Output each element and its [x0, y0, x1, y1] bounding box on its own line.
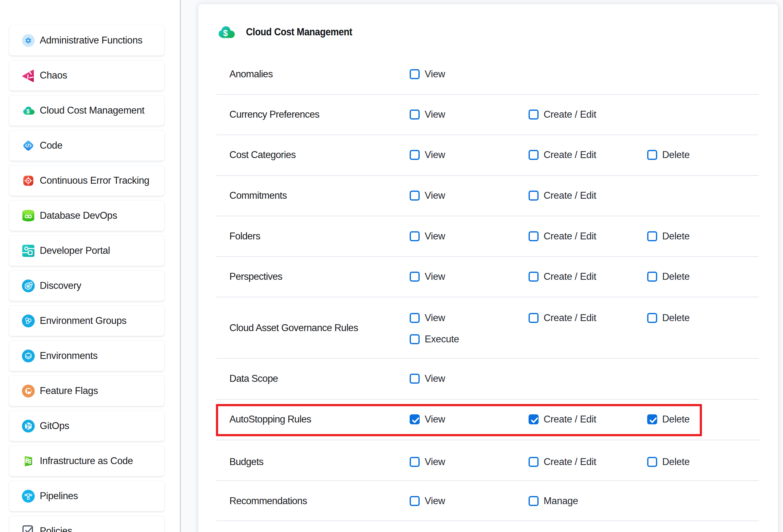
svg-text:$: $	[26, 108, 30, 114]
svg-text:$: $	[223, 29, 228, 38]
